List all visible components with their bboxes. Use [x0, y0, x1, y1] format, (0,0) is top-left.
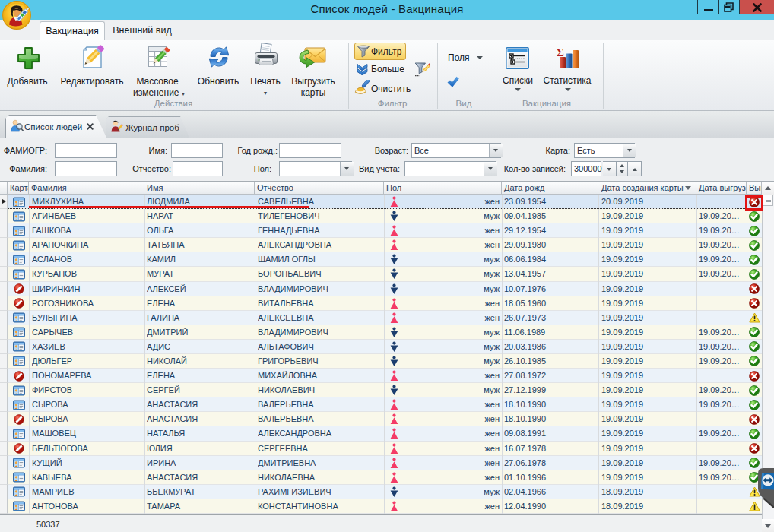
svg-text:Σ: Σ	[557, 46, 564, 59]
